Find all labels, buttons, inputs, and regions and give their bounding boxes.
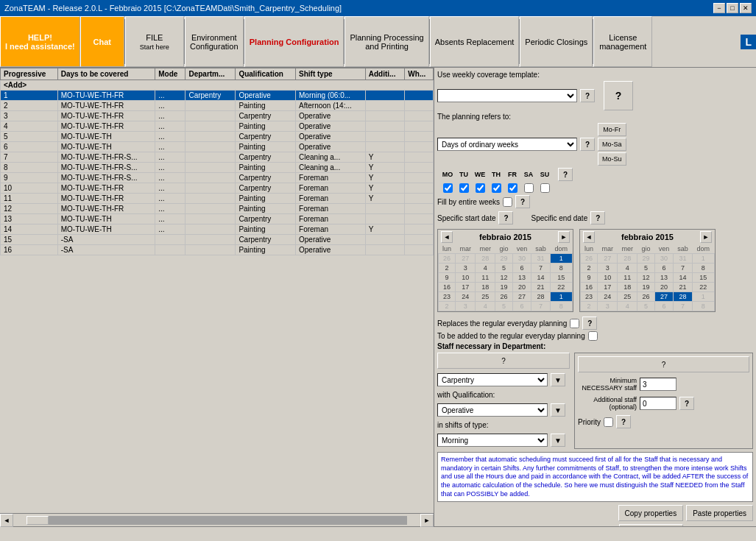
periodic-button[interactable]: Periodic Closings: [520, 16, 593, 67]
table-row[interactable]: 6MO-TU-WE-TH...PaintingOperative: [1, 142, 434, 152]
table-row[interactable]: 7MO-TU-WE-TH-FR-S......CarpentryCleaning…: [1, 152, 434, 163]
scroll-thumb[interactable]: [27, 516, 49, 525]
cal-day-cell[interactable]: 30: [654, 254, 674, 264]
days-help-btn[interactable]: ?: [558, 168, 573, 181]
table-row[interactable]: 13MO-TU-WE-TH...CarpentryForeman: [1, 214, 434, 224]
cal-day-cell[interactable]: 15: [692, 273, 714, 283]
day-checkbox-th[interactable]: [492, 183, 501, 193]
table-row[interactable]: 16-SAPaintingOperative: [1, 245, 434, 255]
copy-props-button[interactable]: Copy properties: [618, 505, 684, 521]
absents-button[interactable]: Absents Replacement: [430, 16, 520, 67]
cal-day-cell[interactable]: 28: [674, 292, 693, 302]
planning-refers-select[interactable]: Days of ordinary weeks: [437, 138, 577, 151]
scroll-left-arrow[interactable]: ◄: [0, 514, 13, 527]
shift-type-select[interactable]: Morning: [437, 434, 548, 447]
cal-day-cell[interactable]: 27: [512, 292, 531, 302]
planning-config-button[interactable]: Planning Configuration: [244, 16, 345, 67]
weekly-template-select[interactable]: [437, 89, 577, 102]
cal-day-cell[interactable]: 2: [439, 302, 456, 311]
replaces-checkbox-1[interactable]: [570, 319, 579, 328]
day-checkbox-we[interactable]: [476, 183, 485, 193]
priority-checkbox[interactable]: [604, 417, 613, 427]
min-staff-help-btn[interactable]: ?: [578, 356, 749, 372]
cal-day-cell[interactable]: 7: [674, 302, 693, 311]
maximize-button[interactable]: □: [727, 3, 738, 13]
cal-day-cell[interactable]: 9: [581, 273, 598, 283]
cal2-next-btn[interactable]: ►: [700, 231, 712, 243]
table-row[interactable]: 8MO-TU-WE-TH-FR-S......PaintingCleaning …: [1, 163, 434, 173]
table-row[interactable]: 14MO-TU-WE-TH...PaintingForemanY: [1, 224, 434, 235]
cal-day-cell[interactable]: 8: [550, 302, 572, 311]
cal-day-cell[interactable]: 6: [512, 302, 531, 311]
table-row[interactable]: 15-SACarpentryOperative: [1, 235, 434, 245]
day-checkbox-su[interactable]: [540, 183, 550, 193]
cal-day-cell[interactable]: 8: [692, 264, 714, 273]
cal-day-cell[interactable]: 24: [598, 292, 618, 302]
cal-day-cell[interactable]: 16: [581, 283, 598, 292]
reset-button[interactable]: Reset (cancellatutto): [619, 524, 683, 526]
planning-refers-help-btn[interactable]: ?: [580, 138, 595, 151]
day-checkbox-sa[interactable]: [524, 183, 534, 193]
weekly-template-help-btn[interactable]: ?: [580, 89, 595, 102]
table-row[interactable]: 2MO-TU-WE-TH-FR...PaintingAfternoon (14:…: [1, 101, 434, 111]
cal-day-cell[interactable]: 3: [456, 302, 476, 311]
cal-day-cell[interactable]: 19: [637, 283, 654, 292]
cal-day-cell[interactable]: 25: [618, 292, 637, 302]
cal-day-cell[interactable]: 25: [476, 292, 495, 302]
cal-day-cell[interactable]: 3: [598, 302, 618, 311]
cal-day-cell[interactable]: 29: [637, 254, 654, 264]
priority-help-btn[interactable]: ?: [616, 415, 631, 428]
scroll-right-arrow[interactable]: ►: [420, 514, 434, 527]
min-staff-input[interactable]: [640, 378, 676, 391]
file-button[interactable]: FILEStart here: [125, 16, 184, 67]
cal-day-cell[interactable]: 2: [581, 264, 598, 273]
cal-day-cell[interactable]: 4: [618, 302, 637, 311]
paste-props-button[interactable]: Paste properties: [686, 505, 753, 521]
day-checkbox-mo[interactable]: [443, 183, 453, 193]
table-row[interactable]: 1MO-TU-WE-TH-FR...CarpentryOperativeMorn…: [1, 91, 434, 101]
cal1-next-btn[interactable]: ►: [558, 231, 570, 243]
cal-day-cell[interactable]: 7: [531, 302, 551, 311]
processing-button[interactable]: Planning Processingand Printing: [345, 16, 428, 67]
cal-day-cell[interactable]: 13: [512, 273, 531, 283]
cal-day-cell[interactable]: 23: [439, 292, 456, 302]
cal-day-cell[interactable]: 16: [439, 283, 456, 292]
cal-day-cell[interactable]: 7: [531, 264, 551, 273]
cal-day-cell[interactable]: 14: [674, 273, 693, 283]
env-config-button[interactable]: EnvironmentConfiguration: [185, 16, 244, 67]
mo-sa-button[interactable]: Mo-Sa: [598, 138, 626, 151]
cal-day-cell[interactable]: 1: [692, 292, 714, 302]
mo-su-button[interactable]: Mo-Su: [598, 152, 626, 166]
cal-day-cell[interactable]: 5: [495, 264, 512, 273]
cal-day-cell[interactable]: 11: [476, 273, 495, 283]
qual-dropdown-btn[interactable]: ▼: [551, 403, 565, 417]
cal-day-cell[interactable]: 26: [581, 254, 598, 264]
scroll-bar[interactable]: ◄ ►: [0, 513, 434, 526]
cal-day-cell[interactable]: 4: [476, 264, 495, 273]
cal-day-cell[interactable]: 7: [674, 264, 693, 273]
minimize-button[interactable]: −: [713, 3, 725, 13]
cal-day-cell[interactable]: 18: [618, 283, 637, 292]
day-checkbox-fr[interactable]: [508, 183, 517, 193]
cal-day-cell[interactable]: 9: [439, 273, 456, 283]
add-staff-input[interactable]: [640, 397, 676, 410]
cal-day-cell[interactable]: 1: [550, 254, 572, 264]
table-row[interactable]: 11MO-TU-WE-TH-FR...PaintingForemanY: [1, 194, 434, 204]
cal-day-cell[interactable]: 18: [476, 283, 495, 292]
chat-button[interactable]: Chat: [80, 16, 124, 67]
cal-day-cell[interactable]: 5: [637, 264, 654, 273]
dept-dropdown-btn[interactable]: ▼: [551, 373, 565, 386]
cal-day-cell[interactable]: 24: [456, 292, 476, 302]
day-checkbox-tu[interactable]: [459, 183, 469, 193]
cal-day-cell[interactable]: 26: [439, 254, 456, 264]
cal-day-cell[interactable]: 6: [654, 302, 674, 311]
table-row[interactable]: 12MO-TU-WE-TH-FR...PaintingForeman: [1, 204, 434, 214]
cal-day-cell[interactable]: 27: [598, 254, 618, 264]
cal-day-cell[interactable]: 8: [692, 302, 714, 311]
cal-day-cell[interactable]: 15: [550, 273, 572, 283]
cal-day-cell[interactable]: 2: [439, 264, 456, 273]
cal-day-cell[interactable]: 2: [581, 302, 598, 311]
cal-day-cell[interactable]: 22: [692, 283, 714, 292]
department-select[interactable]: Carpentry: [437, 373, 548, 386]
cal-day-cell[interactable]: 27: [456, 254, 476, 264]
